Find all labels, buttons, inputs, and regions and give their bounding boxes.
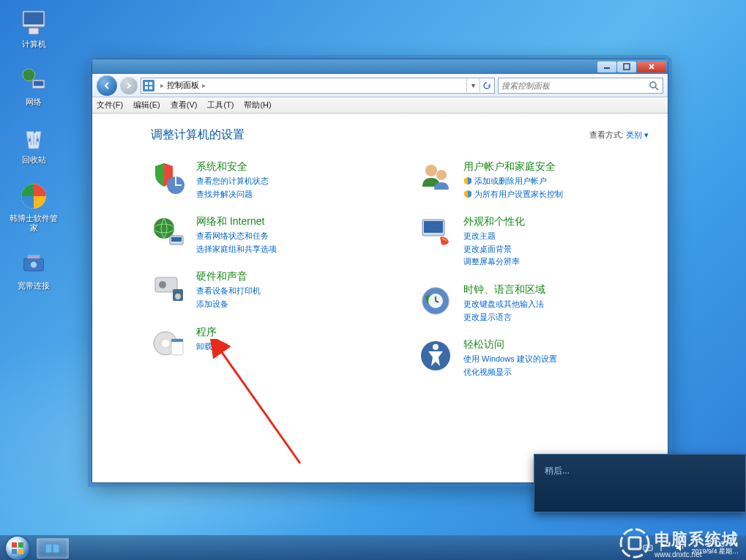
svg-point-33 xyxy=(436,170,447,180)
link-change-bg[interactable]: 更改桌面背景 xyxy=(463,243,525,256)
user-accounts-icon xyxy=(418,160,453,195)
shield-icon xyxy=(463,190,472,198)
window-titlebar xyxy=(92,59,668,74)
link-add-device[interactable]: 添加设备 xyxy=(196,298,261,311)
watermark-title: 电脑系统城 xyxy=(654,530,739,548)
svg-rect-13 xyxy=(143,80,154,92)
link-video-display[interactable]: 优化视频显示 xyxy=(463,366,557,379)
desktop-icon-label: 回收站 xyxy=(22,155,46,165)
nav-back-button[interactable] xyxy=(97,75,117,96)
svg-rect-15 xyxy=(149,82,152,85)
watermark-icon xyxy=(619,528,650,559)
svg-point-9 xyxy=(31,261,37,267)
menu-help[interactable]: 帮助(H) xyxy=(244,100,271,111)
watermark-url: www.dnxtc.net xyxy=(654,550,739,559)
svg-rect-16 xyxy=(145,86,148,89)
link-display-lang[interactable]: 更改显示语言 xyxy=(463,311,545,324)
svg-rect-12 xyxy=(624,64,630,70)
link-add-remove-account[interactable]: 添加或删除用户帐户 xyxy=(463,175,563,188)
svg-rect-6 xyxy=(34,81,43,86)
desktop-icon-broadband[interactable]: 宽带连接 xyxy=(7,249,60,291)
minimize-button[interactable] xyxy=(597,61,616,72)
breadcrumb-root[interactable]: 控制面板 xyxy=(167,80,199,91)
maximize-button[interactable] xyxy=(617,61,636,72)
link-resolution[interactable]: 调整屏幕分辨率 xyxy=(463,255,525,269)
svg-rect-23 xyxy=(171,237,182,242)
svg-rect-42 xyxy=(12,542,17,548)
control-panel-icon xyxy=(143,80,154,92)
taskbar-app-explorer[interactable] xyxy=(37,538,69,559)
link-devices-printers[interactable]: 查看设备和打印机 xyxy=(196,285,261,298)
link-keyboard[interactable]: 更改键盘或其他输入法 xyxy=(463,298,545,311)
category-appearance[interactable]: 外观和个性化 xyxy=(463,215,525,228)
search-bar[interactable] xyxy=(498,78,663,94)
ease-access-icon xyxy=(418,338,453,373)
link-find-fix[interactable]: 查找并解决问题 xyxy=(196,188,269,201)
link-uninstall[interactable]: 卸载程序 xyxy=(196,340,228,354)
svg-rect-44 xyxy=(12,549,17,554)
shield-icon xyxy=(463,176,472,185)
notification-popup[interactable]: 稍后... xyxy=(534,454,746,512)
search-input[interactable] xyxy=(501,81,648,90)
address-bar[interactable]: ▸ 控制面板 ▸ ▾ xyxy=(141,78,495,94)
link-network-status[interactable]: 查看网络状态和任务 xyxy=(196,230,277,243)
refresh-button[interactable] xyxy=(480,79,493,92)
svg-rect-17 xyxy=(149,86,152,89)
svg-rect-2 xyxy=(29,28,38,34)
nav-forward-button[interactable] xyxy=(120,77,138,94)
menu-tools[interactable]: 工具(T) xyxy=(207,100,234,111)
desktop-icon-network[interactable]: 网络 xyxy=(7,65,60,107)
category-programs[interactable]: 程序 xyxy=(196,326,228,339)
svg-rect-35 xyxy=(424,221,443,233)
navbar: ▸ 控制面板 ▸ ▾ xyxy=(92,74,668,97)
link-change-theme[interactable]: 更改主题 xyxy=(463,230,525,243)
svg-point-18 xyxy=(650,82,656,88)
network-icon xyxy=(19,65,48,94)
menu-edit[interactable]: 编辑(E) xyxy=(133,100,160,111)
system-security-icon xyxy=(151,160,186,195)
link-windows-suggest[interactable]: 使用 Windows 建议的设置 xyxy=(463,353,557,366)
desktop-icon-hanboshi[interactable]: 韩博士软件管家 xyxy=(7,182,60,233)
category-network[interactable]: 网络和 Internet xyxy=(196,215,277,228)
view-by-value[interactable]: 类别 ▾ xyxy=(626,130,649,139)
menu-file[interactable]: 文件(F) xyxy=(97,100,123,111)
page-title: 调整计算机的设置 xyxy=(151,127,245,143)
address-dropdown-button[interactable]: ▾ xyxy=(466,79,480,92)
hardware-sound-icon xyxy=(151,270,186,305)
broadband-icon xyxy=(19,249,48,278)
watermark: 电脑系统城 www.dnxtc.net xyxy=(619,528,739,559)
hanboshi-icon xyxy=(19,182,48,211)
svg-point-25 xyxy=(159,281,166,288)
svg-rect-1 xyxy=(24,12,44,25)
programs-icon xyxy=(151,326,186,361)
category-hardware[interactable]: 硬件和声音 xyxy=(196,270,261,283)
start-button[interactable] xyxy=(0,536,35,561)
svg-point-49 xyxy=(621,529,649,557)
desktop-icon-recycle[interactable]: 回收站 xyxy=(7,123,60,165)
link-parental-control[interactable]: 为所有用户设置家长控制 xyxy=(463,188,563,201)
recycle-icon xyxy=(19,123,48,152)
close-button[interactable] xyxy=(637,61,666,72)
svg-rect-31 xyxy=(171,339,183,342)
category-clock[interactable]: 时钟、语言和区域 xyxy=(463,283,545,296)
category-system-security[interactable]: 系统和安全 xyxy=(196,160,269,173)
control-panel-window: ▸ 控制面板 ▸ ▾ 文件(F) 编辑(E) 查看(V) 工具(T) 帮助(H)… xyxy=(92,59,668,483)
svg-point-27 xyxy=(175,294,181,299)
svg-rect-46 xyxy=(45,544,52,553)
view-by-label: 查看方式: xyxy=(589,130,624,139)
svg-point-29 xyxy=(162,340,169,347)
svg-rect-45 xyxy=(18,549,23,554)
category-ease-access[interactable]: 轻松访问 xyxy=(463,338,557,351)
search-icon[interactable] xyxy=(648,80,660,92)
desktop-icon-computer[interactable]: 计算机 xyxy=(7,7,60,49)
link-homegroup[interactable]: 选择家庭组和共享选项 xyxy=(196,243,277,256)
menu-view[interactable]: 查看(V) xyxy=(171,100,198,111)
link-view-status[interactable]: 查看您的计算机状态 xyxy=(196,175,269,188)
view-by: 查看方式: 类别 ▾ xyxy=(589,130,649,141)
notification-text: 稍后... xyxy=(545,466,570,476)
svg-rect-14 xyxy=(145,82,148,85)
category-accounts[interactable]: 用户帐户和家庭安全 xyxy=(463,160,563,173)
svg-rect-50 xyxy=(629,537,641,549)
explorer-icon xyxy=(45,542,61,555)
appearance-icon xyxy=(418,215,453,250)
